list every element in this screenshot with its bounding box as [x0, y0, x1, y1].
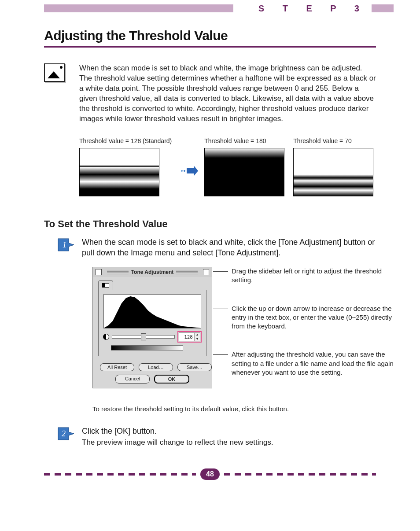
example-thumb-70	[293, 148, 373, 196]
example-caption-180: Threshold Value = 180	[204, 137, 266, 144]
intro-paragraph: When the scan mode is set to black and w…	[79, 63, 376, 124]
threshold-slider-thumb[interactable]	[141, 333, 146, 340]
step-label: S T E P 3	[258, 3, 367, 15]
subheading: To Set the Threshold Value	[44, 218, 376, 230]
step-1-text: When the scan mode is set to black and w…	[82, 237, 376, 258]
page-footer: 48	[44, 468, 376, 480]
callout-save: After adjusting the threshold value, you…	[221, 350, 394, 377]
header-bar-left	[44, 4, 233, 12]
load-button[interactable]: Load…	[139, 363, 173, 371]
threshold-value-input[interactable]: 128	[179, 334, 194, 340]
threshold-icon	[44, 63, 66, 124]
dialog-title: Tone Adjustment	[131, 269, 174, 275]
threshold-histogram	[103, 294, 201, 328]
threshold-gradient-bar	[111, 345, 183, 350]
contrast-icon	[103, 334, 109, 340]
example-thumb-180	[204, 148, 284, 196]
step-1-badge: 1	[57, 237, 75, 253]
footer-dash-right	[224, 473, 376, 476]
threshold-slider[interactable]	[112, 335, 175, 339]
dialog-close-icon[interactable]	[96, 269, 102, 275]
step-2-title: Click the [OK] button.	[82, 426, 273, 436]
footer-dash-left	[44, 473, 196, 476]
header-bar-right	[372, 4, 394, 12]
example-caption-70: Threshold Value = 70	[293, 137, 351, 144]
dialog-callouts: Drag the slidebar left or right to adjus…	[221, 267, 394, 396]
callout-reset: To restore the threshold setting to its …	[92, 404, 376, 413]
page-number: 48	[200, 468, 220, 480]
tone-adjustment-dialog: Tone Adjustment 128 ▲	[92, 267, 212, 388]
ok-button[interactable]: OK	[154, 375, 189, 384]
svg-text:1: 1	[63, 240, 66, 249]
step-2-badge: 2	[57, 426, 75, 442]
callout-value: Click the up or down arrow to increase o…	[221, 304, 394, 331]
dialog-histogram-tab[interactable]	[98, 280, 113, 290]
save-button[interactable]: Save…	[177, 363, 212, 371]
example-thumb-standard	[79, 148, 159, 196]
svg-point-0	[181, 170, 183, 172]
cancel-button[interactable]: Cancel	[115, 375, 150, 384]
page-title: Adjusting the Threshold Value	[44, 28, 376, 43]
title-rule	[44, 46, 376, 48]
dialog-zoom-icon[interactable]	[203, 269, 209, 275]
svg-point-1	[184, 170, 185, 172]
threshold-step-down[interactable]: ▼	[195, 337, 200, 341]
step-2-sub: The preview image will change to reflect…	[82, 438, 273, 448]
arrow-right-icon	[181, 147, 198, 195]
threshold-examples: Threshold Value = 128 (Standard) Thresho…	[79, 137, 376, 196]
callout-slider: Drag the slidebar left or right to adjus…	[221, 267, 394, 285]
example-caption-standard: Threshold Value = 128 (Standard)	[79, 137, 172, 144]
svg-text:2: 2	[62, 429, 66, 438]
all-reset-button[interactable]: All Reset	[100, 363, 134, 371]
dialog-titlebar: Tone Adjustment	[93, 267, 212, 277]
threshold-step-up[interactable]: ▲	[195, 333, 200, 337]
header-step-bar: S T E P 3	[44, 4, 394, 15]
